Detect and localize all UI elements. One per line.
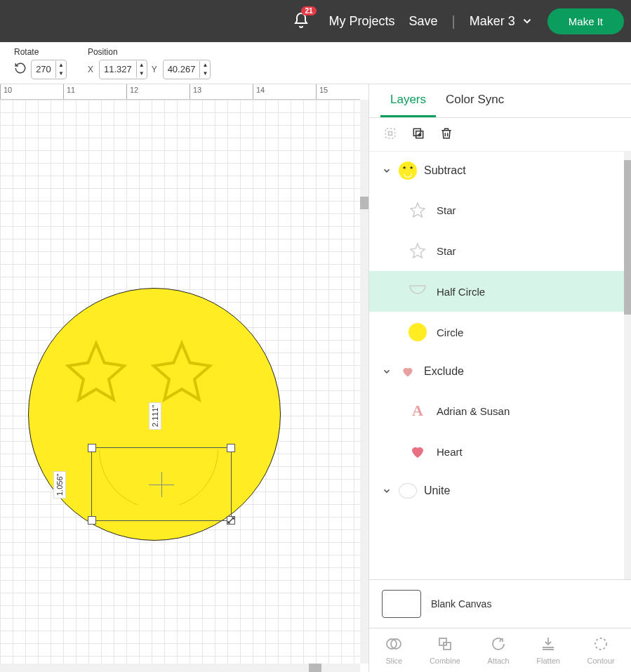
layer-thumb-icon [409, 442, 427, 461]
horizontal-ruler: 101112131415 [0, 84, 360, 100]
resize-handle-br[interactable] [227, 516, 235, 525]
flatten-icon [540, 635, 557, 654]
slice-icon [385, 635, 402, 654]
canvas-footer[interactable]: Blank Canvas [369, 579, 631, 628]
duplicate-button[interactable] [411, 126, 425, 143]
horizontal-scrollbar[interactable] [0, 664, 360, 672]
vertical-scroll-thumb[interactable] [360, 197, 368, 209]
side-panel: Layers Color Sync ★★SubtractStarStarHalf… [368, 84, 631, 672]
layers-scrollbar[interactable] [624, 152, 631, 579]
canvas-area[interactable]: 101112131415 2.111" 1.056" [0, 84, 368, 672]
layer-group-head[interactable]: Exclude [369, 353, 631, 390]
attach-icon [490, 635, 507, 654]
layer-thumb-icon [409, 323, 427, 341]
layer-group-head[interactable]: ★★Subtract [369, 152, 631, 190]
rotate-value: 270 [32, 64, 55, 74]
layers-list: ★★SubtractStarStarHalf CircleCircleExclu… [369, 152, 631, 579]
tool-label: Attach [488, 657, 510, 665]
tool-attach[interactable]: Attach [488, 635, 510, 665]
y-label: Y [152, 65, 157, 74]
layer-name-label: Adrian & Susan [437, 405, 510, 417]
x-stepper[interactable]: ▲▼ [136, 61, 147, 78]
layer-thumb-icon: A [409, 402, 427, 420]
layer-thumb-icon [409, 242, 427, 260]
tool-combine[interactable]: Combine [430, 635, 460, 665]
tool-contour[interactable]: Contour [587, 635, 615, 665]
tab-color-sync[interactable]: Color Sync [436, 84, 514, 117]
make-it-button[interactable]: Make It [547, 8, 624, 34]
top-bar: 21 My Projects Save | Maker 3 Make It [0, 0, 631, 42]
resize-handle-tl[interactable] [88, 444, 96, 452]
layer-item[interactable]: Circle [369, 312, 631, 353]
tool-label: Slice [385, 657, 402, 665]
selection-box[interactable] [91, 447, 232, 521]
tool-flatten[interactable]: Flatten [536, 635, 560, 665]
resize-handle-tr[interactable] [227, 444, 235, 452]
layer-group-head[interactable]: Unite [369, 472, 631, 510]
save-button[interactable]: Save [409, 14, 438, 29]
group-icon: ★★ [399, 162, 417, 180]
width-dimension-label: 2.111" [149, 402, 161, 430]
bottom-tools: SliceCombineAttachFlattenContour [369, 628, 631, 672]
chevron-down-icon [382, 166, 392, 176]
tool-label: Flatten [536, 657, 560, 665]
layer-item[interactable]: Star [369, 230, 631, 271]
layer-name-label: Star [437, 245, 456, 257]
layer-item[interactable]: Star [369, 190, 631, 230]
ruler-tick: 13 [190, 84, 253, 99]
separator: | [452, 13, 456, 29]
svg-rect-1 [389, 132, 392, 136]
chevron-down-icon [382, 486, 392, 496]
notifications-button[interactable]: 21 [293, 12, 310, 31]
layer-name-label: Half Circle [437, 286, 485, 298]
layers-scroll-thumb[interactable] [624, 160, 631, 315]
x-input[interactable]: 11.327 ▲▼ [99, 60, 147, 79]
layer-thumb-icon [409, 282, 427, 301]
chevron-down-icon [382, 367, 392, 376]
position-label: Position [88, 47, 211, 57]
star-eye-right [148, 338, 215, 405]
rotate-label: Rotate [14, 47, 67, 57]
ruler-tick: 14 [253, 84, 316, 99]
layer-name-label: Heart [437, 446, 463, 458]
layer-item[interactable]: Half Circle [369, 271, 631, 312]
layer-thumb-icon [409, 201, 427, 219]
group-icon [399, 362, 417, 381]
blank-canvas-label: Blank Canvas [431, 598, 491, 610]
y-input[interactable]: 40.267 ▲▼ [163, 60, 211, 79]
properties-bar: Rotate 270 ▲▼ Position X 11.327 ▲▼ Y 40.… [0, 42, 631, 84]
ruler-tick: 10 [0, 84, 63, 99]
group-button[interactable] [383, 126, 397, 143]
blank-canvas-swatch [382, 590, 421, 618]
horizontal-scroll-thumb[interactable] [309, 664, 321, 672]
layer-item[interactable]: Heart [369, 431, 631, 472]
svg-rect-0 [385, 129, 394, 138]
tool-slice[interactable]: Slice [385, 635, 402, 665]
notification-badge: 21 [301, 6, 316, 15]
resize-handle-bl[interactable] [88, 516, 96, 525]
vertical-scrollbar[interactable] [360, 100, 368, 664]
ruler-tick: 12 [126, 84, 190, 99]
delete-button[interactable] [439, 126, 453, 143]
layer-name-label: Circle [437, 327, 463, 338]
group-label: Unite [424, 485, 450, 497]
group-label: Subtract [424, 164, 466, 177]
combine-icon [437, 635, 453, 654]
machine-selector[interactable]: Maker 3 [470, 14, 533, 29]
svg-rect-6 [439, 638, 446, 645]
tool-label: Combine [430, 657, 460, 665]
chevron-down-icon [521, 15, 533, 27]
rotate-stepper[interactable]: ▲▼ [55, 61, 66, 78]
my-projects-link[interactable]: My Projects [329, 14, 395, 29]
tab-layers[interactable]: Layers [380, 84, 436, 117]
group-label: Exclude [424, 365, 464, 378]
height-dimension-label: 1.056" [53, 471, 66, 499]
rotate-input[interactable]: 270 ▲▼ [31, 60, 67, 79]
svg-rect-7 [444, 643, 451, 650]
group-icon [399, 482, 417, 500]
rotate-icon[interactable] [14, 62, 27, 77]
ruler-tick: 15 [316, 84, 368, 99]
y-stepper[interactable]: ▲▼ [199, 61, 210, 78]
svg-point-8 [595, 638, 606, 650]
layer-item[interactable]: AAdrian & Susan [369, 390, 631, 431]
